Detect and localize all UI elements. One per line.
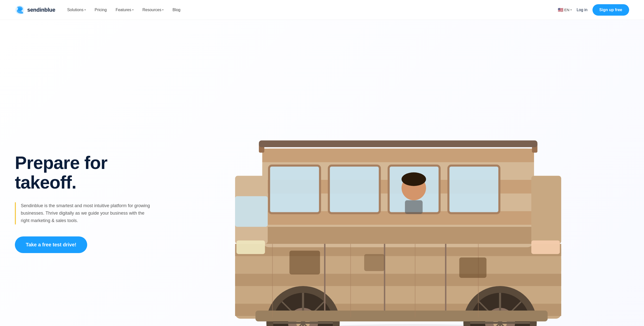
yellow-accent-bar xyxy=(15,202,16,224)
signup-button[interactable]: Sign up free xyxy=(592,4,629,16)
wooden-van-illustration xyxy=(154,40,629,326)
language-selector[interactable]: 🇺🇸 EN ▾ xyxy=(558,7,572,13)
svg-rect-17 xyxy=(531,176,561,244)
svg-rect-60 xyxy=(364,254,384,271)
svg-rect-48 xyxy=(236,240,265,254)
chevron-down-icon: ▾ xyxy=(132,9,134,11)
chevron-down-icon: ▾ xyxy=(162,9,164,11)
flag-icon: 🇺🇸 xyxy=(558,7,563,13)
chevron-down-icon: ▾ xyxy=(84,9,86,11)
svg-point-41 xyxy=(402,173,426,186)
svg-rect-42 xyxy=(405,200,422,214)
navbar: sendinblue Solutions ▾ Pricing Features … xyxy=(0,0,644,20)
navbar-right: 🇺🇸 EN ▾ Log in Sign up free xyxy=(558,4,629,16)
cta-button[interactable]: Take a free test drive! xyxy=(15,236,87,253)
svg-rect-16 xyxy=(235,196,268,227)
login-link[interactable]: Log in xyxy=(577,8,588,12)
nav-item-pricing[interactable]: Pricing xyxy=(94,8,107,12)
nav-item-resources[interactable]: Resources ▾ xyxy=(142,8,164,12)
hero-image-area xyxy=(154,40,629,326)
svg-rect-53 xyxy=(255,311,548,321)
svg-rect-43 xyxy=(448,166,499,213)
svg-rect-58 xyxy=(290,251,320,274)
svg-rect-49 xyxy=(531,240,560,254)
nav-links: Solutions ▾ Pricing Features ▾ Resources… xyxy=(67,8,180,12)
logo-link[interactable]: sendinblue xyxy=(15,5,55,15)
logo-text: sendinblue xyxy=(27,7,55,13)
hero-description: Sendinblue is the smartest and most intu… xyxy=(21,202,154,224)
sendinblue-logo-icon xyxy=(15,5,25,15)
nav-item-blog[interactable]: Blog xyxy=(172,8,180,12)
svg-rect-4 xyxy=(235,259,561,271)
navbar-left: sendinblue Solutions ▾ Pricing Features … xyxy=(15,5,180,15)
hero-title: Prepare for takeoff. xyxy=(15,153,154,192)
svg-rect-59 xyxy=(459,258,486,278)
chevron-down-icon: ▾ xyxy=(570,9,572,11)
svg-rect-5 xyxy=(235,274,561,286)
hero-description-wrapper: Sendinblue is the smartest and most intu… xyxy=(15,202,154,224)
hero-content: Prepare for takeoff. Sendinblue is the s… xyxy=(15,153,154,253)
svg-rect-14 xyxy=(262,227,534,244)
svg-rect-36 xyxy=(329,166,380,213)
svg-rect-34 xyxy=(269,166,320,213)
nav-item-solutions[interactable]: Solutions ▾ xyxy=(67,8,86,12)
nav-item-features[interactable]: Features ▾ xyxy=(116,8,134,12)
svg-rect-9 xyxy=(262,149,534,162)
svg-rect-47 xyxy=(259,140,538,147)
hero-section: Prepare for takeoff. Sendinblue is the s… xyxy=(0,20,644,326)
